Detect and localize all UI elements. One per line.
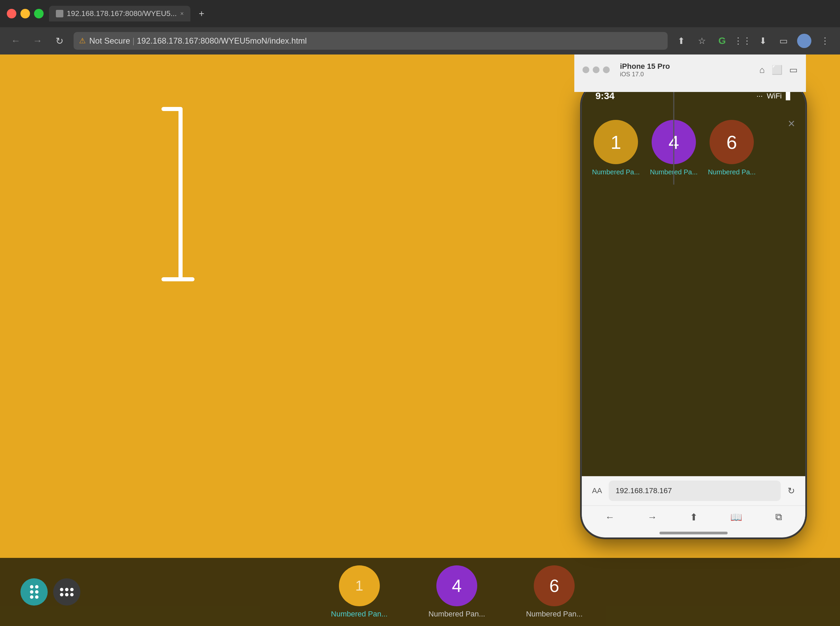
profile-avatar[interactable] — [797, 34, 811, 48]
battery-icon: ▊ — [786, 92, 792, 100]
device-name: iPhone 15 Pro — [620, 62, 670, 71]
device-rotate-icon[interactable]: ▭ — [789, 65, 798, 75]
maximize-button[interactable] — [34, 9, 44, 19]
switcher-label-1: Numbered Pa... — [592, 168, 640, 176]
menu-icon[interactable]: ⋮ — [818, 34, 832, 48]
grammarly-icon[interactable]: G — [715, 34, 729, 48]
nav-item-4[interactable]: 4 Numbered Pan... — [408, 565, 505, 618]
iphone-forward-button[interactable]: → — [648, 512, 657, 523]
address-path: :8080/WYEU5moN/index.html — [198, 36, 307, 45]
wifi-icon: WiFi — [767, 92, 782, 100]
extensions-icon[interactable]: ⋮⋮ — [736, 34, 749, 48]
iphone-frame: 9:34 ··· WiFi ▊ × 1 Numbe — [581, 82, 806, 538]
switcher-close-button[interactable]: × — [788, 116, 795, 131]
iphone-tabs-button[interactable]: ⧉ — [775, 512, 782, 523]
nav-label-4: Numbered Pan... — [429, 610, 485, 618]
toolbar-icons: ⬆ ☆ G ⋮⋮ ⬇ ▭ ⋮ — [674, 34, 832, 48]
iphone-url-input[interactable]: 192.168.178.167 — [609, 480, 781, 501]
browser-window: 192.168.178.167:8080/WYEU5... × + ← → ↻ … — [0, 0, 840, 626]
share-icon[interactable]: ⬆ — [674, 34, 688, 48]
nav-circle-4: 4 — [436, 565, 477, 606]
security-icon: ⚠ — [79, 36, 86, 45]
close-button[interactable] — [7, 9, 16, 19]
device-home-icon[interactable]: ⌂ — [759, 65, 765, 75]
address-text: Not Secure | 192.168.178.167:8080/WYEU5m… — [89, 36, 307, 45]
switcher-app-4[interactable]: 4 Numbered Pa... — [650, 120, 698, 176]
iphone-volume-down-button[interactable] — [581, 219, 582, 243]
download-icon[interactable]: ⬇ — [756, 34, 770, 48]
switcher-circle-6: 6 — [710, 120, 754, 164]
iphone-reload-icon[interactable]: ↻ — [788, 486, 795, 496]
back-button[interactable]: ← — [8, 33, 23, 49]
nav-item-1[interactable]: 1 Numbered Pan... — [311, 565, 408, 618]
iphone-bottom-bar: AA 192.168.178.167 ↻ ← → ⬆ 📖 ⧉ — [582, 476, 805, 537]
iphone-url-bar: AA 192.168.178.167 ↻ — [582, 476, 805, 505]
device-os: iOS 17.0 — [620, 71, 670, 78]
iphone-volume-up-button[interactable] — [581, 188, 582, 212]
device-camera-icon[interactable]: ⬜ — [771, 65, 782, 75]
switcher-apps: 1 Numbered Pa... 4 Numbered Pa... 6 Numb… — [592, 120, 756, 176]
nav-label-6: Numbered Pan... — [526, 610, 582, 618]
new-tab-button[interactable]: + — [199, 8, 204, 19]
device-action-icons: ⌂ ⬜ ▭ — [759, 65, 798, 75]
iphone-bookmarks-button[interactable]: 📖 — [731, 512, 742, 523]
switcher-circle-4: 4 — [652, 120, 696, 164]
address-host: 192.168.178.167 — [137, 36, 198, 45]
bottom-nav: 1 Numbered Pan... 4 Numbered Pan... 6 Nu… — [0, 558, 840, 626]
forward-button[interactable]: → — [30, 33, 45, 49]
browser-tab[interactable]: 192.168.178.167:8080/WYEU5... × — [49, 6, 191, 22]
iphone-home-indicator — [660, 529, 727, 537]
iphone-power-button[interactable] — [805, 178, 806, 222]
traffic-lights — [7, 9, 44, 19]
tab-favicon — [56, 10, 63, 17]
bookmark-icon[interactable]: ☆ — [695, 34, 709, 48]
iphone-share-button[interactable]: ⬆ — [690, 512, 698, 523]
bottom-nav-items: 1 Numbered Pan... 4 Numbered Pan... 6 Nu… — [94, 565, 820, 618]
tab-close-button[interactable]: × — [180, 10, 184, 17]
iphone-nav-bar: ← → ⬆ 📖 ⧉ — [582, 505, 805, 529]
nav-item-6[interactable]: 6 Numbered Pan... — [505, 565, 603, 618]
iphone-time: 9:34 — [595, 91, 615, 102]
device-dot-2[interactable] — [593, 66, 599, 73]
home-bar — [660, 532, 727, 534]
iphone-status-icons: ··· WiFi ▊ — [757, 92, 792, 100]
tab-url-label: 192.168.178.167:8080/WYEU5... — [67, 9, 177, 18]
iphone-app-switcher: × 1 Numbered Pa... 4 Numbered Pa... — [582, 110, 805, 476]
iphone-container: iPhone 15 Pro iOS 17.0 ⌂ ⬜ ▭ 9:34 ··· — [574, 55, 806, 518]
address-protocol: Not Secure — [89, 36, 130, 45]
device-dot-3[interactable] — [603, 66, 610, 73]
switcher-label-6: Numbered Pa... — [708, 168, 756, 176]
iphone-screen: 9:34 ··· WiFi ▊ × 1 Numbe — [582, 83, 805, 537]
iphone-back-button[interactable]: ← — [605, 512, 615, 523]
dots-icon-teal[interactable] — [20, 578, 48, 606]
device-dot-1[interactable] — [582, 66, 589, 73]
address-bar[interactable]: ⚠ Not Secure | 192.168.178.167:8080/WYEU… — [74, 32, 668, 50]
big-number-display — [143, 99, 197, 290]
nav-circle-1: 1 — [339, 565, 380, 606]
iphone-silent-button[interactable] — [581, 161, 582, 180]
browser-content: 1 Numbered Pan... 4 Numbered Pan... 6 Nu… — [0, 55, 840, 626]
dots-icon-dark[interactable] — [53, 578, 80, 606]
device-panel: iPhone 15 Pro iOS 17.0 ⌂ ⬜ ▭ — [574, 55, 806, 92]
device-traffic-lights — [582, 66, 610, 73]
minimize-button[interactable] — [20, 9, 30, 19]
iphone-aa-button[interactable]: AA — [592, 486, 602, 495]
switcher-app-6[interactable]: 6 Numbered Pa... — [708, 120, 756, 176]
switcher-app-1[interactable]: 1 Numbered Pa... — [592, 120, 640, 176]
nav-circle-6: 6 — [534, 565, 575, 606]
device-info: iPhone 15 Pro iOS 17.0 — [620, 62, 670, 78]
reload-button[interactable]: ↻ — [52, 33, 67, 49]
browser-toolbar: ← → ↻ ⚠ Not Secure | 192.168.178.167:808… — [0, 27, 840, 55]
cellular-icon: ··· — [757, 92, 763, 100]
switcher-circle-1: 1 — [594, 120, 638, 164]
sidebar-icon[interactable]: ▭ — [777, 34, 790, 48]
browser-titlebar: 192.168.178.167:8080/WYEU5... × + — [0, 0, 840, 27]
nav-label-1: Numbered Pan... — [331, 610, 388, 618]
